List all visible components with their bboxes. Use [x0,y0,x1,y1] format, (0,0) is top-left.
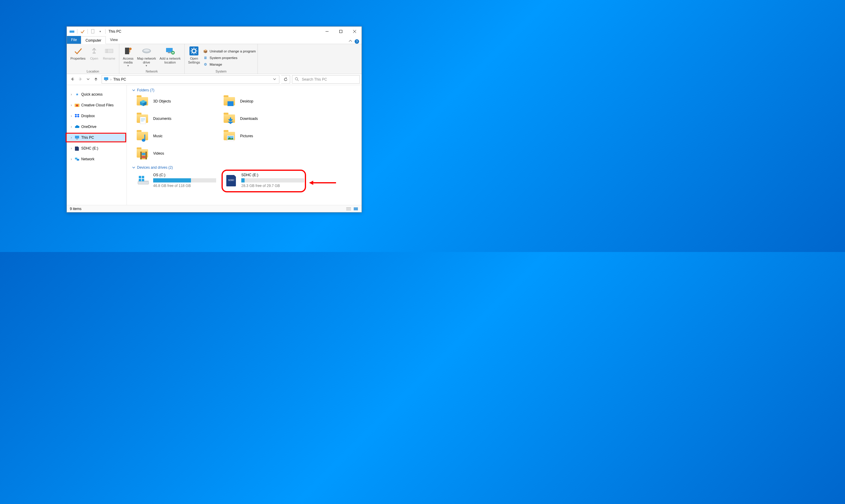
group-label: Network [146,70,158,74]
drive-icon [141,46,152,56]
tab-file[interactable]: File [67,36,81,44]
svg-marker-72 [309,181,313,185]
access-media-button[interactable]: Access media [121,44,135,70]
svg-text:SDHC: SDHC [228,179,234,182]
svg-rect-63 [142,156,145,158]
group-label: System [215,70,227,74]
window-title: This PC [107,29,121,34]
hdd-icon [137,174,149,187]
up-button[interactable] [93,77,99,82]
folder-3d-objects[interactable]: 3D Objects [136,95,220,108]
sidebar-item-this-pc[interactable]: › This PC [67,133,126,141]
sidebar-item-onedrive[interactable]: › OneDrive [67,123,126,131]
folder-music[interactable]: Music [136,129,220,143]
sidebar-item-creative-cloud[interactable]: › Creative Cloud Files [67,101,126,109]
ribbon-group-system: Open Settings 📦 Uninstall or change a pr… [184,44,258,74]
svg-rect-4 [340,30,342,33]
folders-header[interactable]: Folders (7) [132,88,360,92]
drive-os-c[interactable]: OS (C:) 46.8 GB free of 118 GB [136,172,223,189]
ribbon-group-location: Properties Open Rename Location [67,44,119,74]
address-dropdown-icon[interactable] [272,77,277,82]
svg-rect-32 [104,77,108,80]
qat-new-icon[interactable] [90,28,96,35]
quick-access-toolbar [67,28,107,35]
folder-downloads[interactable]: Downloads [223,112,307,125]
ribbon: Properties Open Rename Location [67,44,362,74]
svg-rect-60 [141,151,141,159]
sidebar: › ★ Quick access › Creative Cloud Files … [67,85,127,205]
drives-header[interactable]: Devices and drives (2) [132,165,360,169]
recent-locations-button[interactable] [85,77,91,82]
checkmark-icon [73,46,83,56]
chevron-right-icon: › [70,146,73,150]
uninstall-link[interactable]: 📦 Uninstall or change a program [203,49,256,54]
map-network-drive-button[interactable]: Map network drive [135,44,158,70]
chevron-down-icon [132,89,135,92]
properties-button[interactable]: Properties [69,44,87,70]
folder-icon [136,95,149,107]
breadcrumb[interactable]: This PC [113,77,126,82]
qat-properties-icon[interactable] [79,28,86,35]
svg-point-55 [142,139,145,142]
svg-rect-66 [139,176,141,178]
open-settings-button[interactable]: Open Settings [187,44,202,70]
svg-rect-0 [70,31,74,33]
svg-rect-7 [93,52,95,54]
back-button[interactable] [70,77,75,82]
svg-rect-33 [105,80,107,81]
details-view-button[interactable] [346,207,351,211]
folder-videos[interactable]: Videos [136,147,220,160]
ribbon-tabs: File Computer View ? [67,36,362,44]
sidebar-item-quick-access[interactable]: › ★ Quick access [67,90,126,98]
search-input[interactable] [301,77,357,82]
help-icon[interactable]: ? [355,39,359,44]
qat-customize-icon[interactable] [97,28,103,35]
chevron-right-icon: › [70,114,73,118]
svg-rect-61 [146,151,146,159]
system-properties-link[interactable]: 🖥 System properties [203,55,256,60]
collapse-ribbon-icon[interactable] [349,39,352,44]
add-network-location-button[interactable]: Add a network location [158,44,182,70]
folder-documents[interactable]: Documents [136,112,220,125]
refresh-button[interactable] [281,75,290,84]
svg-marker-41 [77,116,80,118]
program-icon: 📦 [203,49,208,54]
sidebar-item-sdhc[interactable]: › SDHC (E:) [67,144,126,152]
media-icon [123,46,133,56]
drive-sdhc-e[interactable]: SDHC SDHC (E:) 28.3 GB free of 29.7 GB [224,172,311,189]
svg-rect-69 [142,179,144,181]
folder-desktop[interactable]: Desktop [223,95,307,108]
svg-rect-43 [76,139,78,139]
sidebar-item-network[interactable]: › Network [67,155,126,163]
forward-button[interactable] [77,77,83,82]
tab-view[interactable]: View [106,36,122,44]
search-box[interactable] [292,75,360,84]
chevron-right-icon: › [70,136,73,140]
manage-icon: ⚙ [203,62,208,67]
system-links: 📦 Uninstall or change a program 🖥 System… [202,44,256,70]
app-icon [69,28,75,35]
drive-name: SDHC (E:) [241,173,304,177]
svg-point-37 [76,105,78,107]
large-icons-view-button[interactable] [353,207,358,211]
folder-icon [223,113,236,125]
maximize-button[interactable] [334,27,348,36]
cc-folder-icon [75,103,80,108]
ribbon-group-network: Access media Map network drive Add a net… [119,44,184,74]
svg-rect-42 [75,136,79,139]
svg-rect-76 [354,208,358,210]
address-bar[interactable]: › This PC [102,75,279,84]
pc-icon [75,135,80,140]
folder-pictures[interactable]: Pictures [223,129,307,143]
chevron-down-icon [132,166,135,169]
manage-link[interactable]: ⚙ Manage [203,62,256,67]
navbar: › This PC [67,74,362,85]
sidebar-item-dropbox[interactable]: › Dropbox [67,112,126,120]
minimize-button[interactable] [320,27,334,36]
close-button[interactable] [348,27,362,36]
sd-card-icon [75,146,80,151]
window-controls [320,27,362,36]
svg-rect-49 [228,101,233,106]
tab-computer[interactable]: Computer [81,36,106,44]
svg-point-34 [295,78,298,80]
